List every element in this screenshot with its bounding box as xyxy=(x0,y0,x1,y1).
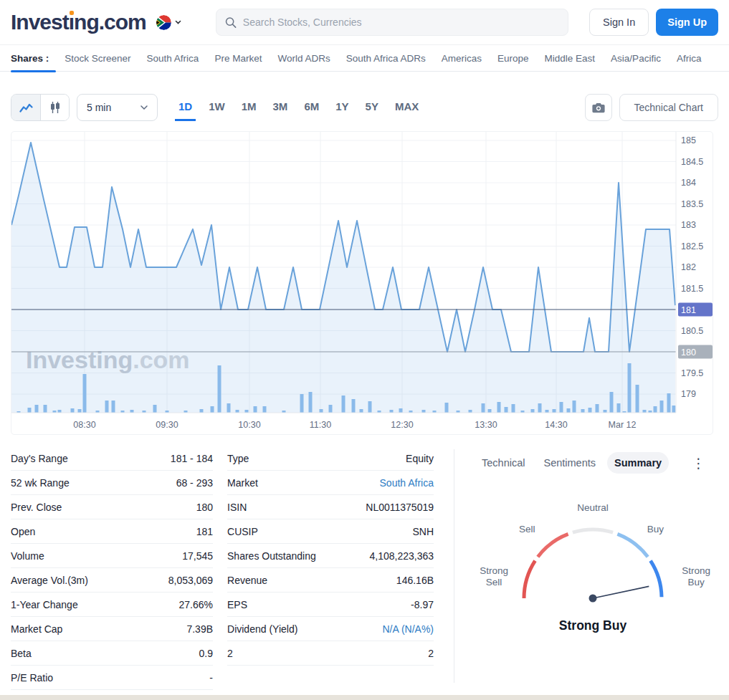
line-chart-button[interactable] xyxy=(11,95,40,120)
nav-item-world-adrs[interactable]: World ADRs xyxy=(277,53,330,64)
interval-dropdown[interactable]: 5 min xyxy=(77,94,158,121)
candlestick-icon xyxy=(49,101,61,114)
chevron-down-icon xyxy=(140,105,148,110)
timeframe-1m[interactable]: 1M xyxy=(238,95,260,121)
svg-text:182: 182 xyxy=(681,262,696,272)
stat-value: NL0011375019 xyxy=(366,502,434,513)
screenshot-button[interactable] xyxy=(585,94,612,121)
investing-logo[interactable]: Investıng.com xyxy=(11,10,146,34)
timeframe-5y[interactable]: 5Y xyxy=(362,95,382,121)
candlestick-chart-button[interactable] xyxy=(40,95,69,120)
stat-label: Shares Outstanding xyxy=(227,550,316,562)
stat-label: ISIN xyxy=(227,502,247,513)
tab-summary[interactable]: Summary xyxy=(607,452,669,474)
logo-text: Invest xyxy=(11,10,69,34)
stat-value[interactable]: N/A (N/A%) xyxy=(382,623,434,635)
svg-text:Mar 12: Mar 12 xyxy=(609,420,637,430)
search-bar[interactable] xyxy=(216,9,568,36)
timeframe-max[interactable]: MAX xyxy=(391,95,422,121)
stat-label: Prev. Close xyxy=(11,502,62,513)
timeframe-1y[interactable]: 1Y xyxy=(332,95,352,121)
tab-sentiments[interactable]: Sentiments xyxy=(536,452,603,474)
svg-text:181.5: 181.5 xyxy=(681,284,703,294)
svg-text:184.5: 184.5 xyxy=(681,157,703,167)
nav-divider xyxy=(0,71,729,72)
table-row: CUSIPSNH xyxy=(227,519,434,544)
nav-item-africa[interactable]: Africa xyxy=(677,53,702,64)
sign-up-button[interactable]: Sign Up xyxy=(656,9,718,36)
nav-item-middle-east[interactable]: Middle East xyxy=(545,53,596,64)
nav-item-asia-pacific[interactable]: Asia/Pacific xyxy=(611,53,661,64)
timeframe-3m[interactable]: 3M xyxy=(270,95,292,121)
chart-type-group xyxy=(11,94,70,121)
table-row: P/E Ratio- xyxy=(11,666,213,690)
svg-text:10:30: 10:30 xyxy=(238,420,260,430)
table-row: Open181 xyxy=(11,519,213,544)
sign-in-button[interactable]: Sign In xyxy=(589,9,649,36)
nav-item-europe[interactable]: Europe xyxy=(497,53,529,64)
price-chart[interactable]: Investing.com185184.5184183.5183182.5182… xyxy=(11,131,713,435)
timeframe-list: 1D1W1M3M6M1Y5YMAX xyxy=(175,95,422,121)
nav-item-americas[interactable]: Americas xyxy=(442,53,482,64)
nav-item-south-africa[interactable]: South Africa xyxy=(147,53,199,64)
table-row: ISINNL0011375019 xyxy=(227,495,434,519)
stats-table-left: Day's Range181 - 18452 wk Range68 - 293P… xyxy=(11,446,213,690)
stat-label: Day's Range xyxy=(11,453,68,464)
nav-active-indicator xyxy=(11,70,56,72)
stat-label: Market xyxy=(227,477,258,489)
country-selector[interactable] xyxy=(156,15,181,30)
timeframe-6m[interactable]: 6M xyxy=(300,95,323,121)
stats-table-middle: TypeEquityMarketSouth AfricaISINNL001137… xyxy=(227,446,434,690)
tab-technical[interactable]: Technical xyxy=(475,452,532,474)
svg-text:179: 179 xyxy=(681,389,696,399)
timeframe-1d[interactable]: 1D xyxy=(175,95,196,121)
table-row: EPS-8.97 xyxy=(227,593,434,617)
svg-text:09:30: 09:30 xyxy=(156,420,178,430)
stat-label: Revenue xyxy=(227,575,267,586)
svg-text:183.5: 183.5 xyxy=(681,199,703,209)
kebab-menu-icon[interactable]: ⋮ xyxy=(692,456,705,470)
technical-chart-button[interactable]: Technical Chart xyxy=(619,94,719,121)
stat-value: 181 xyxy=(196,526,213,537)
logo-orange-dot xyxy=(70,11,74,15)
search-input[interactable] xyxy=(243,16,559,28)
line-chart-icon xyxy=(19,102,33,113)
stat-value: 146.16B xyxy=(396,575,434,586)
chart-toolbar: 5 min 1D1W1M3M6M1Y5YMAX Technical Chart xyxy=(0,93,729,122)
timeframe-1w[interactable]: 1W xyxy=(205,95,229,121)
gauge-verdict: Strong Buy xyxy=(475,618,711,633)
gauge-label-neutral: Neutral xyxy=(475,502,711,514)
stat-value: -8.97 xyxy=(411,599,434,610)
table-row: Beta0.9 xyxy=(11,641,213,666)
stat-value: SNH xyxy=(412,526,434,537)
nav-item-stock-screener[interactable]: Stock Screener xyxy=(65,53,130,64)
svg-text:185: 185 xyxy=(681,135,696,145)
stat-value: 27.66% xyxy=(179,599,213,610)
table-row: 22 xyxy=(227,641,434,666)
stat-value: 180 xyxy=(196,502,213,513)
search-icon xyxy=(225,16,237,29)
stat-label: Market Cap xyxy=(11,623,62,635)
stat-label: Open xyxy=(11,526,35,537)
south-africa-flag-icon xyxy=(156,15,171,30)
stat-label: Type xyxy=(227,453,249,464)
table-row: Shares Outstanding4,108,223,363 xyxy=(227,544,434,568)
nav-item-south-africa-adrs[interactable]: South Africa ADRs xyxy=(346,53,426,64)
gauge-label-sell: Sell xyxy=(519,524,535,535)
summary-panel: TechnicalSentimentsSummary⋮ Neutral Sell… xyxy=(454,446,718,690)
svg-text:12:30: 12:30 xyxy=(391,420,413,430)
svg-text:183: 183 xyxy=(681,220,696,230)
stat-value: 17,545 xyxy=(182,550,213,562)
horizontal-scrollbar[interactable] xyxy=(0,695,729,700)
stat-value: - xyxy=(209,672,213,684)
table-row: Prev. Close180 xyxy=(11,495,213,519)
stat-value[interactable]: South Africa xyxy=(380,477,434,489)
table-row: TypeEquity xyxy=(227,446,434,471)
top-header: Investıng.com Sign In Sign Up xyxy=(0,0,729,44)
stat-value: 4,108,223,363 xyxy=(369,550,434,562)
shares-nav-label: Shares : xyxy=(11,53,49,64)
table-row: Average Vol.(3m)8,053,069 xyxy=(11,568,213,593)
table-row: Dividend (Yield)N/A (N/A%) xyxy=(227,617,434,641)
stat-label: CUSIP xyxy=(227,526,258,537)
nav-item-pre-market[interactable]: Pre Market xyxy=(214,53,262,64)
